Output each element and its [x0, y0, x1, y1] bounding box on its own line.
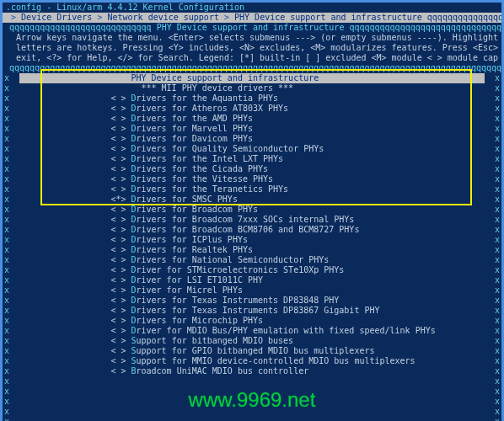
border-char: x: [4, 114, 19, 124]
menu-item-body: < > Drivers for Microchip PHYs: [19, 316, 485, 326]
menu-item[interactable]: x <*> Drivers for SMSC PHYsx: [3, 195, 501, 205]
menu-item[interactable]: x < > Drivers for the Teranetics PHYsx: [3, 184, 501, 195]
border-char: x: [4, 205, 19, 215]
menu-item-body: < > Drivers for Atheros AT803X PHYs: [19, 104, 485, 114]
menu-item-body: < > Driver for Micrel PHYs: [19, 285, 485, 296]
menu-item[interactable]: x < > Drivers for ICPlus PHYsx: [3, 235, 501, 245]
border-char: x: [4, 366, 19, 376]
menu-item[interactable]: x < > Drivers for Realtek PHYsx: [3, 245, 501, 255]
menu-item[interactable]: x < > Drivers for Broadcom PHYsx: [3, 205, 501, 215]
menu-item-body: <*> Drivers for SMSC PHYs: [19, 195, 485, 205]
border-char: x: [4, 164, 19, 174]
border-char: x: [4, 83, 19, 93]
border-char: x: [485, 397, 500, 407]
menu-item-body: < > Drivers for Realtek PHYs: [19, 245, 485, 255]
menu-item[interactable]: x < > Broadcom UniMAC MDIO bus controlle…: [3, 366, 501, 376]
border-char: x: [485, 205, 500, 215]
border-char: x: [485, 245, 500, 255]
border-char: x: [4, 346, 19, 356]
menu-item-body: < > Driver for STMicroelectronics STe10X…: [19, 265, 485, 275]
menu-item[interactable]: x < > Drivers for the Cicada PHYsx: [3, 164, 501, 174]
menu-item[interactable]: x < > Drivers for the Aquantia PHYsx: [3, 93, 501, 104]
menu-item[interactable]: x --- PHY Device support and infrastruct…: [3, 73, 501, 83]
border-char: x: [485, 326, 500, 336]
menu-item-body: < > Drivers for Texas Instruments DP8386…: [19, 306, 485, 316]
menu-item[interactable]: x < > Drivers for Atheros AT803X PHYsx: [3, 104, 501, 114]
border-char: x: [485, 265, 500, 275]
menu-item-body: < > Broadcom UniMAC MDIO bus controller: [19, 366, 485, 376]
border-char: x: [4, 296, 19, 306]
menu-item-body: < > Drivers for Broadcom PHYs: [19, 205, 485, 215]
menu-item-body: < > Driver for LSI ET1011C PHY: [19, 275, 485, 285]
border-char: x: [4, 73, 19, 83]
menu-item[interactable]: x < > Drivers for Davicom PHYsx: [3, 134, 501, 144]
border-char: x: [4, 386, 19, 397]
menu-item-body: < > Drivers for Marvell PHYs: [19, 124, 485, 134]
border-char: x: [4, 316, 19, 326]
menu-item-body: [19, 417, 485, 421]
border-char: x: [485, 275, 500, 285]
menu-item-body: < > Drivers for ICPlus PHYs: [19, 235, 485, 245]
border-char: x: [4, 356, 19, 366]
menu-item[interactable]: x x: [3, 417, 501, 421]
menu-item[interactable]: x < > Drivers for Broadcom BCM8706 and B…: [3, 225, 501, 235]
border-char: x: [485, 93, 500, 104]
menu-item-body: < > Drivers for the Teranetics PHYs: [19, 184, 485, 195]
menu-item-body: < > Drivers for National Semiconductor P…: [19, 255, 485, 265]
border-char: x: [485, 154, 500, 164]
border-char: x: [4, 134, 19, 144]
menu-item[interactable]: x < > Driver for Micrel PHYsx: [3, 285, 501, 296]
menu-item[interactable]: x *** MII PHY device drivers ***x: [3, 83, 501, 93]
menu-item[interactable]: x < > Driver for LSI ET1011C PHYx: [3, 275, 501, 285]
menu-item-body: < > Drivers for the Intel LXT PHYs: [19, 154, 485, 164]
border-char: x: [485, 215, 500, 225]
inner-box-top: qqqqqqqqqqqqqqqqqqqqqqqqqqqqqqqqqqqqqqqq…: [3, 63, 501, 73]
menu-item[interactable]: x < > Drivers for Broadcom 7xxx SOCs int…: [3, 215, 501, 225]
menu-item[interactable]: x < > Support for bitbanged MDIO busesx: [3, 336, 501, 346]
menu-item-body: < > Drivers for Quality Semiconductor PH…: [19, 144, 485, 154]
border-char: x: [4, 93, 19, 104]
border-char: x: [4, 245, 19, 255]
border-char: x: [485, 316, 500, 326]
menu-item[interactable]: x < > Driver for MDIO Bus/PHY emulation …: [3, 326, 501, 336]
menu-item-body: < > Support for MMIO device-controlled M…: [19, 356, 485, 366]
menu-item[interactable]: x < > Drivers for Texas Instruments DP83…: [3, 296, 501, 306]
menu-item[interactable]: x < > Drivers for Microchip PHYsx: [3, 316, 501, 326]
menu-item[interactable]: x < > Drivers for Quality Semiconductor …: [3, 144, 501, 154]
breadcrumb: > Device Drivers > Network device suppor…: [3, 13, 501, 23]
menu-item[interactable]: x < > Drivers for National Semiconductor…: [3, 255, 501, 265]
border-char: x: [485, 134, 500, 144]
border-char: x: [4, 154, 19, 164]
border-char: x: [485, 306, 500, 316]
menu-item[interactable]: x < > Drivers for the Vitesse PHYsx: [3, 174, 501, 184]
border-char: x: [4, 225, 19, 235]
border-char: x: [485, 195, 500, 205]
border-char: x: [4, 255, 19, 265]
border-char: x: [485, 376, 500, 386]
menu-item[interactable]: x < > Driver for STMicroelectronics STe1…: [3, 265, 501, 275]
menu-item-body: [19, 376, 485, 386]
menu-item[interactable]: x < > Drivers for the AMD PHYsx: [3, 114, 501, 124]
border-char: x: [4, 326, 19, 336]
menu-item[interactable]: x < > Support for GPIO bitbanged MDIO bu…: [3, 346, 501, 356]
menu-item[interactable]: x < > Drivers for Texas Instruments DP83…: [3, 306, 501, 316]
menu-item[interactable]: x x: [3, 376, 501, 386]
border-char: x: [485, 144, 500, 154]
border-char: x: [485, 356, 500, 366]
menu-item-body: < > Support for GPIO bitbanged MDIO bus …: [19, 346, 485, 356]
border-char: x: [485, 174, 500, 184]
border-char: x: [4, 407, 19, 417]
border-char: x: [4, 376, 19, 386]
menu-item[interactable]: x < > Drivers for Marvell PHYsx: [3, 124, 501, 134]
menu-item[interactable]: x < > Support for MMIO device-controlled…: [3, 356, 501, 366]
border-char: x: [4, 336, 19, 346]
menu-item-body: < > Drivers for the AMD PHYs: [19, 114, 485, 124]
menu-item[interactable]: x < > Drivers for the Intel LXT PHYsx: [3, 154, 501, 164]
menu-item-body: < > Drivers for Broadcom 7xxx SOCs inter…: [19, 215, 485, 225]
border-char: x: [4, 195, 19, 205]
border-char: x: [485, 164, 500, 174]
menu-item-body: < > Drivers for the Cicada PHYs: [19, 164, 485, 174]
menu-item-body: *** MII PHY device drivers ***: [19, 83, 485, 93]
menu-list[interactable]: x --- PHY Device support and infrastruct…: [3, 73, 501, 421]
menu-item-body: --- PHY Device support and infrastructur…: [19, 73, 485, 83]
